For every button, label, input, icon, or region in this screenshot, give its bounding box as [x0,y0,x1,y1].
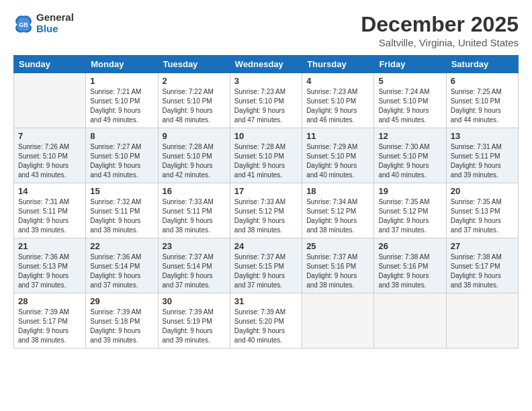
calendar-cell: 11Sunrise: 7:29 AM Sunset: 5:10 PM Dayli… [302,128,374,183]
day-number: 25 [306,241,369,251]
day-number: 14 [18,186,81,196]
day-number: 23 [163,241,226,251]
weekday-header-tuesday: Tuesday [158,56,230,73]
day-info: Sunrise: 7:28 AM Sunset: 5:10 PM Dayligh… [234,142,298,180]
calendar-cell: 3Sunrise: 7:23 AM Sunset: 5:10 PM Daylig… [230,73,302,128]
calendar-cell: 2Sunrise: 7:22 AM Sunset: 5:10 PM Daylig… [158,73,230,128]
weekday-header-row: SundayMondayTuesdayWednesdayThursdayFrid… [14,56,519,73]
calendar-cell: 29Sunrise: 7:39 AM Sunset: 5:18 PM Dayli… [86,293,158,349]
logo: GB General Blue [13,12,74,34]
day-number: 12 [378,131,441,141]
day-info: Sunrise: 7:37 AM Sunset: 5:15 PM Dayligh… [234,253,298,290]
day-number: 2 [163,76,226,86]
day-info: Sunrise: 7:31 AM Sunset: 5:11 PM Dayligh… [451,142,514,180]
weekday-header-sunday: Sunday [14,56,86,73]
weekday-header-wednesday: Wednesday [230,56,302,73]
day-number: 21 [18,241,81,251]
page-header: GB General Blue December 2025 Saltville,… [13,12,519,48]
calendar-cell: 19Sunrise: 7:35 AM Sunset: 5:12 PM Dayli… [374,183,446,238]
day-info: Sunrise: 7:26 AM Sunset: 5:10 PM Dayligh… [18,142,81,180]
day-info: Sunrise: 7:21 AM Sunset: 5:10 PM Dayligh… [90,87,153,125]
day-number: 4 [306,76,369,86]
day-number: 11 [306,131,369,141]
day-number: 26 [378,241,441,251]
day-number: 18 [306,186,369,196]
day-number: 22 [90,241,153,251]
calendar-cell: 1Sunrise: 7:21 AM Sunset: 5:10 PM Daylig… [86,73,158,128]
calendar-cell: 22Sunrise: 7:36 AM Sunset: 5:14 PM Dayli… [86,238,158,293]
day-number: 16 [163,186,226,196]
calendar-cell [302,293,374,349]
day-number: 15 [90,186,153,196]
calendar-cell: 12Sunrise: 7:30 AM Sunset: 5:10 PM Dayli… [374,128,446,183]
day-info: Sunrise: 7:27 AM Sunset: 5:10 PM Dayligh… [90,142,153,180]
day-number: 19 [378,186,441,196]
day-info: Sunrise: 7:36 AM Sunset: 5:13 PM Dayligh… [18,253,81,290]
day-info: Sunrise: 7:39 AM Sunset: 5:20 PM Dayligh… [234,308,298,345]
day-info: Sunrise: 7:23 AM Sunset: 5:10 PM Dayligh… [234,87,298,125]
calendar-cell: 16Sunrise: 7:33 AM Sunset: 5:11 PM Dayli… [158,183,230,238]
day-number: 5 [378,76,441,86]
calendar-cell: 31Sunrise: 7:39 AM Sunset: 5:20 PM Dayli… [230,293,302,349]
calendar-cell: 13Sunrise: 7:31 AM Sunset: 5:11 PM Dayli… [446,128,518,183]
calendar-cell: 27Sunrise: 7:38 AM Sunset: 5:17 PM Dayli… [446,238,518,293]
calendar-cell: 17Sunrise: 7:33 AM Sunset: 5:12 PM Dayli… [230,183,302,238]
calendar-cell: 25Sunrise: 7:37 AM Sunset: 5:16 PM Dayli… [302,238,374,293]
weekday-header-friday: Friday [374,56,446,73]
day-info: Sunrise: 7:24 AM Sunset: 5:10 PM Dayligh… [378,87,441,125]
calendar-cell: 6Sunrise: 7:25 AM Sunset: 5:10 PM Daylig… [446,73,518,128]
calendar-cell: 7Sunrise: 7:26 AM Sunset: 5:10 PM Daylig… [14,128,86,183]
logo-text: General Blue [36,12,74,34]
day-info: Sunrise: 7:22 AM Sunset: 5:10 PM Dayligh… [163,87,226,125]
day-number: 31 [234,296,298,306]
weekday-header-monday: Monday [86,56,158,73]
calendar-cell: 26Sunrise: 7:38 AM Sunset: 5:16 PM Dayli… [374,238,446,293]
day-number: 7 [18,131,81,141]
calendar-cell: 30Sunrise: 7:39 AM Sunset: 5:19 PM Dayli… [158,293,230,349]
day-info: Sunrise: 7:23 AM Sunset: 5:10 PM Dayligh… [306,87,369,125]
day-number: 20 [451,186,514,196]
calendar-cell: 23Sunrise: 7:37 AM Sunset: 5:14 PM Dayli… [158,238,230,293]
day-number: 27 [451,241,514,251]
svg-text:GB: GB [19,21,28,28]
calendar-cell: 14Sunrise: 7:31 AM Sunset: 5:11 PM Dayli… [14,183,86,238]
calendar-table: SundayMondayTuesdayWednesdayThursdayFrid… [13,55,519,349]
day-info: Sunrise: 7:25 AM Sunset: 5:10 PM Dayligh… [451,87,514,125]
day-number: 8 [90,131,153,141]
day-info: Sunrise: 7:31 AM Sunset: 5:11 PM Dayligh… [18,197,81,235]
day-info: Sunrise: 7:39 AM Sunset: 5:18 PM Dayligh… [90,308,153,345]
day-info: Sunrise: 7:32 AM Sunset: 5:11 PM Dayligh… [90,197,153,235]
calendar-week-2: 7Sunrise: 7:26 AM Sunset: 5:10 PM Daylig… [14,128,519,183]
day-info: Sunrise: 7:36 AM Sunset: 5:14 PM Dayligh… [90,253,153,290]
calendar-cell: 5Sunrise: 7:24 AM Sunset: 5:10 PM Daylig… [374,73,446,128]
day-number: 30 [163,296,226,306]
calendar-cell: 28Sunrise: 7:39 AM Sunset: 5:17 PM Dayli… [14,293,86,349]
weekday-header-thursday: Thursday [302,56,374,73]
day-number: 28 [18,296,81,306]
calendar-cell: 21Sunrise: 7:36 AM Sunset: 5:13 PM Dayli… [14,238,86,293]
calendar-cell: 15Sunrise: 7:32 AM Sunset: 5:11 PM Dayli… [86,183,158,238]
calendar-cell: 4Sunrise: 7:23 AM Sunset: 5:10 PM Daylig… [302,73,374,128]
calendar-cell [14,73,86,128]
calendar-cell: 8Sunrise: 7:27 AM Sunset: 5:10 PM Daylig… [86,128,158,183]
calendar-cell: 18Sunrise: 7:34 AM Sunset: 5:12 PM Dayli… [302,183,374,238]
calendar-cell [374,293,446,349]
calendar-container: GB General Blue December 2025 Saltville,… [0,0,532,411]
location-subtitle: Saltville, Virginia, United States [361,37,519,48]
day-number: 6 [451,76,514,86]
day-info: Sunrise: 7:33 AM Sunset: 5:11 PM Dayligh… [163,197,226,235]
day-info: Sunrise: 7:33 AM Sunset: 5:12 PM Dayligh… [234,197,298,235]
day-info: Sunrise: 7:29 AM Sunset: 5:10 PM Dayligh… [306,142,369,180]
day-info: Sunrise: 7:30 AM Sunset: 5:10 PM Dayligh… [378,142,441,180]
calendar-cell [446,293,518,349]
day-info: Sunrise: 7:39 AM Sunset: 5:17 PM Dayligh… [18,308,81,345]
day-info: Sunrise: 7:28 AM Sunset: 5:10 PM Dayligh… [163,142,226,180]
day-info: Sunrise: 7:35 AM Sunset: 5:12 PM Dayligh… [378,197,441,235]
day-number: 9 [163,131,226,141]
day-number: 29 [90,296,153,306]
day-info: Sunrise: 7:37 AM Sunset: 5:16 PM Dayligh… [306,253,369,290]
logo-general: General [36,11,74,23]
day-number: 3 [234,76,298,86]
day-number: 1 [90,76,153,86]
calendar-cell: 24Sunrise: 7:37 AM Sunset: 5:15 PM Dayli… [230,238,302,293]
